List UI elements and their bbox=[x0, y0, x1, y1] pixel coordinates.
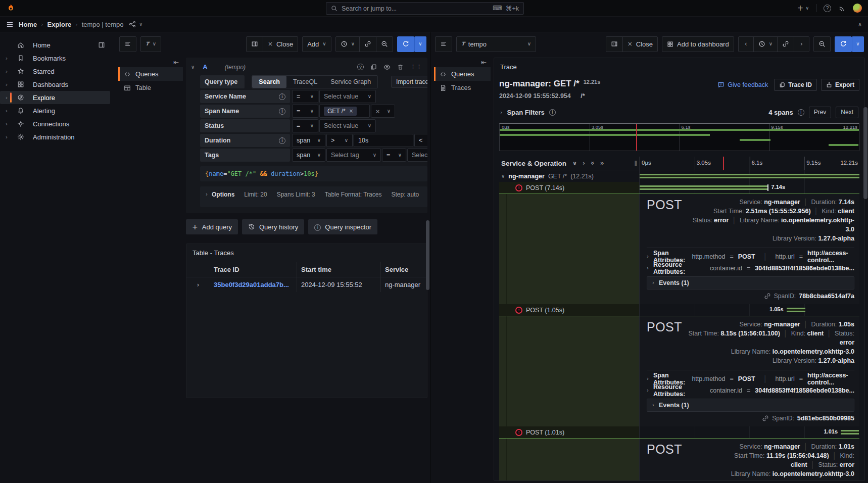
chevron-right-icon[interactable]: › bbox=[0, 95, 13, 101]
column-resize-handle[interactable]: ∥ bbox=[635, 161, 638, 166]
add-to-dashboard-button[interactable]: Add to dashboard bbox=[662, 36, 734, 52]
time-shift-back-icon[interactable]: ‹ bbox=[738, 36, 754, 52]
duration-value-input[interactable]: 10s bbox=[354, 134, 413, 147]
prev-span-button[interactable]: Prev bbox=[809, 107, 832, 118]
span-timeline-cell[interactable]: 7.14s bbox=[640, 182, 859, 194]
link-icon[interactable] bbox=[359, 36, 376, 52]
tags-scope-select[interactable]: span∨ bbox=[292, 149, 325, 162]
chevron-right-icon[interactable]: › bbox=[0, 69, 13, 74]
grafana-logo-icon[interactable] bbox=[6, 4, 16, 13]
expand-row-icon[interactable]: › bbox=[186, 281, 210, 288]
query-type-service-graph[interactable]: Service Graph bbox=[324, 76, 377, 88]
service-name-value-select[interactable]: Select value∨ bbox=[319, 90, 376, 103]
delete-query-icon[interactable] bbox=[397, 64, 404, 70]
zoom-out-icon[interactable] bbox=[376, 36, 393, 52]
span-row[interactable]: !POST (1.05s)1.05s bbox=[499, 304, 859, 316]
sidebar-item-explore[interactable]: ›Explore bbox=[0, 91, 110, 104]
span-bar[interactable] bbox=[640, 185, 768, 190]
sort-down-icon[interactable]: ∨ bbox=[572, 161, 577, 166]
query-ref-id[interactable]: A bbox=[203, 63, 207, 71]
duplicate-query-icon[interactable] bbox=[370, 64, 377, 70]
events-row[interactable]: ›Events (1) bbox=[647, 399, 854, 412]
split-view-icon[interactable] bbox=[246, 36, 263, 52]
collapse-query-icon[interactable]: ∨ bbox=[191, 65, 195, 70]
span-name-clear[interactable]: ×∨ bbox=[371, 105, 395, 118]
query-options[interactable]: ›OptionsLimit: 20Spans Limit: 3Table For… bbox=[200, 186, 427, 207]
span-timeline-cell[interactable] bbox=[640, 170, 859, 182]
import-trace-button[interactable]: Import trace bbox=[391, 76, 427, 88]
span-bar[interactable] bbox=[640, 174, 859, 178]
chevron-right-icon[interactable]: › bbox=[652, 403, 654, 408]
breadcrumb-explore[interactable]: Explore bbox=[47, 21, 72, 28]
chevron-right-icon[interactable]: › bbox=[0, 121, 13, 127]
chevron-right-icon[interactable]: › bbox=[647, 376, 649, 381]
span-bar[interactable] bbox=[841, 430, 859, 434]
span-filters-label[interactable]: Span Filters bbox=[507, 109, 544, 116]
link-icon[interactable] bbox=[762, 415, 769, 422]
trace-scrollbar[interactable] bbox=[863, 107, 865, 199]
next-span-button[interactable]: Next bbox=[836, 107, 858, 118]
span-label-cell[interactable]: !POST (1.05s) bbox=[499, 304, 640, 316]
run-query-options-icon[interactable]: ∨ bbox=[852, 36, 864, 52]
link-icon[interactable] bbox=[777, 36, 794, 52]
span-label-cell[interactable]: !POST (7.14s) bbox=[499, 182, 640, 194]
chevron-right-icon[interactable]: › bbox=[652, 280, 654, 285]
zoom-out-icon[interactable] bbox=[813, 36, 831, 52]
span-row[interactable]: !POST (1.01s)1.01s bbox=[499, 426, 859, 438]
time-shift-forward-icon[interactable]: › bbox=[794, 36, 809, 52]
sidebar-item-connections[interactable]: ›Connections bbox=[0, 117, 110, 130]
drag-handle-icon[interactable]: ⋮⋮ bbox=[410, 64, 422, 70]
add-button[interactable]: Add∨ bbox=[302, 36, 331, 52]
mega-menu-toggle-icon[interactable] bbox=[6, 21, 14, 28]
span-label-cell[interactable]: ∨ng-managerGET /*(12.21s) bbox=[499, 170, 640, 182]
panel-right-icon[interactable] bbox=[98, 41, 105, 49]
time-picker-button[interactable]: ∨ bbox=[753, 36, 778, 52]
left-pane-scrollbar[interactable] bbox=[426, 220, 429, 290]
sidebar-item-dashboards[interactable]: ›Dashboards bbox=[0, 78, 110, 91]
close-pane-button[interactable]: ×Close bbox=[622, 36, 658, 52]
attribute-row[interactable]: ›Resource Attributes:container.id = 304f… bbox=[647, 384, 854, 396]
datasource-picker[interactable]: Ttempo∨ bbox=[456, 36, 536, 52]
link-icon[interactable] bbox=[764, 293, 771, 300]
rail-item-queries[interactable]: Queries bbox=[118, 67, 183, 81]
give-feedback-link[interactable]: Give feedback bbox=[717, 81, 768, 88]
query-type-traceql[interactable]: TraceQL bbox=[286, 76, 324, 88]
query-help-icon[interactable]: ? bbox=[357, 64, 364, 70]
help-icon[interactable]: ? bbox=[824, 5, 831, 12]
collapse-rail-icon[interactable]: ⇤ bbox=[481, 59, 487, 66]
table-row[interactable]: ›35be0f3d29a01adda7b...2024-12-09 15:55:… bbox=[186, 277, 427, 292]
chevron-down-icon[interactable]: ∨ bbox=[139, 22, 143, 27]
span-row-root[interactable]: ∨ng-managerGET /*(12.21s) bbox=[499, 170, 859, 182]
chevron-right-icon[interactable]: › bbox=[647, 388, 649, 393]
column-start-time[interactable]: Start time bbox=[297, 262, 380, 277]
split-view-icon[interactable] bbox=[606, 36, 623, 52]
share-icon[interactable] bbox=[129, 21, 136, 28]
chevron-right-icon[interactable]: › bbox=[500, 110, 502, 115]
remove-chip-icon[interactable]: × bbox=[349, 109, 353, 114]
status-op-select[interactable]: =∨ bbox=[292, 119, 318, 132]
news-icon[interactable] bbox=[838, 5, 846, 12]
breadcrumb-home[interactable]: Home bbox=[19, 21, 37, 28]
tags-key-select[interactable]: Select tag∨ bbox=[326, 149, 381, 162]
export-button[interactable]: Export bbox=[821, 79, 859, 91]
sidebar-item-administration[interactable]: ›Administration bbox=[0, 130, 110, 143]
rail-item-traces[interactable]: Traces bbox=[434, 81, 491, 94]
run-query-options-icon[interactable]: ∨ bbox=[414, 36, 426, 52]
span-name-value-select[interactable]: GET /*× bbox=[319, 105, 370, 118]
avatar[interactable] bbox=[853, 4, 862, 13]
sidebar-item-bookmarks[interactable]: ›Bookmarks bbox=[0, 52, 110, 65]
span-label-cell[interactable]: !POST (1.01s) bbox=[499, 426, 640, 438]
span-timeline-cell[interactable]: 1.05s bbox=[640, 304, 859, 316]
duration-scope-select[interactable]: span∨ bbox=[292, 134, 325, 147]
tags-op-select[interactable]: =∨ bbox=[382, 149, 406, 162]
collapse-all-icon[interactable]: » bbox=[590, 161, 596, 165]
run-query-button[interactable] bbox=[397, 36, 414, 52]
query-history-button[interactable]: Query history bbox=[242, 219, 304, 234]
datasource-picker[interactable]: T∨ bbox=[140, 36, 161, 52]
span-name-chip[interactable]: GET /*× bbox=[324, 107, 357, 116]
query-inspector-button[interactable]: iQuery inspector bbox=[308, 219, 377, 234]
attribute-row[interactable]: ›Resource Attributes:container.id = 304f… bbox=[647, 262, 854, 274]
run-query-button[interactable] bbox=[835, 36, 852, 52]
rail-item-queries[interactable]: Queries bbox=[434, 67, 491, 81]
chevron-right-icon[interactable]: › bbox=[647, 254, 649, 259]
